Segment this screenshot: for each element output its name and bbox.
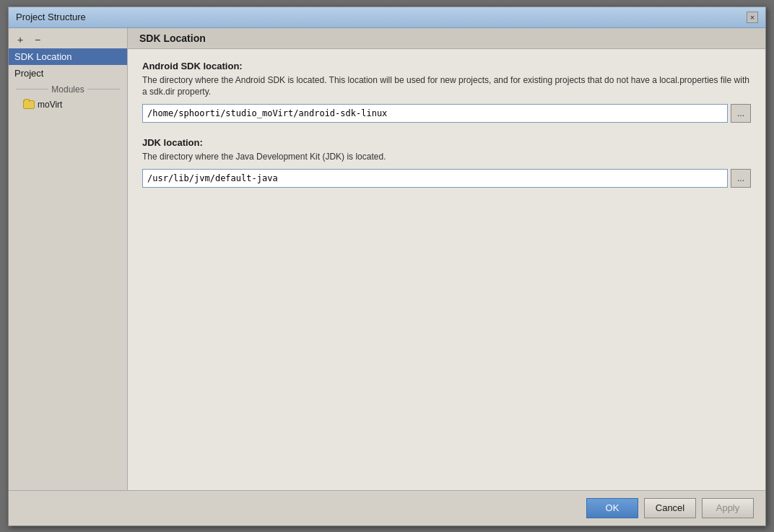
android-sdk-input[interactable] xyxy=(142,104,728,123)
module-moVirt-label: moVirt xyxy=(38,100,62,110)
jdk-description: The directory where the Java Development… xyxy=(142,151,751,163)
ok-button[interactable]: OK xyxy=(586,498,638,518)
main-panel-title: SDK Location xyxy=(139,32,206,44)
sidebar: + − SDK Location Project Modules moVirt xyxy=(9,28,128,490)
sidebar-toolbar: + − xyxy=(9,31,127,48)
sidebar-item-project[interactable]: Project xyxy=(9,65,127,82)
jdk-input[interactable] xyxy=(142,169,728,188)
remove-button[interactable]: − xyxy=(30,32,45,47)
android-sdk-section: Android SDK location: The directory wher… xyxy=(142,61,751,123)
sidebar-item-sdk-location-label: SDK Location xyxy=(14,51,72,62)
project-structure-dialog: Project Structure × + − SDK Location Pro… xyxy=(8,6,766,526)
android-sdk-browse-button[interactable]: ... xyxy=(731,104,751,123)
android-sdk-label: Android SDK location: xyxy=(142,61,751,71)
sidebar-item-moVirt[interactable]: moVirt xyxy=(9,97,127,112)
jdk-section: JDK location: The directory where the Ja… xyxy=(142,137,751,188)
cancel-button[interactable]: Cancel xyxy=(644,498,696,518)
main-panel: SDK Location Android SDK location: The d… xyxy=(128,28,765,490)
close-button[interactable]: × xyxy=(747,12,758,23)
dialog-title: Project Structure xyxy=(16,12,86,22)
android-sdk-description: The directory where the Android SDK is l… xyxy=(142,74,751,99)
jdk-browse-button[interactable]: ... xyxy=(731,169,751,188)
apply-button[interactable]: Apply xyxy=(702,498,754,518)
browse-dots-label: ... xyxy=(737,108,744,118)
jdk-browse-dots-label: ... xyxy=(737,173,744,183)
content-area: Android SDK location: The directory wher… xyxy=(128,49,765,490)
modules-section-header: Modules xyxy=(9,82,127,97)
android-sdk-input-row: ... xyxy=(142,104,751,123)
dialog-footer: OK Cancel Apply xyxy=(9,490,765,526)
dialog-titlebar: Project Structure × xyxy=(9,7,765,28)
jdk-label: JDK location: xyxy=(142,137,751,148)
dialog-wrapper: Project Structure × + − SDK Location Pro… xyxy=(0,0,774,532)
sidebar-item-project-label: Project xyxy=(14,68,43,79)
folder-icon xyxy=(23,100,35,109)
sidebar-item-sdk-location[interactable]: SDK Location xyxy=(9,48,127,65)
dialog-body: + − SDK Location Project Modules moVirt xyxy=(9,28,765,490)
add-button[interactable]: + xyxy=(13,32,27,47)
jdk-input-row: ... xyxy=(142,169,751,188)
modules-section-label: Modules xyxy=(51,84,84,95)
main-panel-header: SDK Location xyxy=(128,28,765,49)
